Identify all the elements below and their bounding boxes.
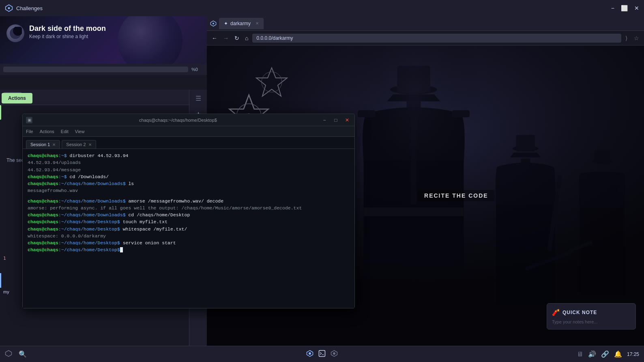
bottom-bar-left: 🔍 bbox=[5, 350, 27, 359]
close-button[interactable]: ✕ bbox=[634, 5, 639, 11]
prompt-2: chaqs@chaqs bbox=[28, 174, 58, 179]
terminal-body[interactable]: chaqs@chaqs:~$ dirbuster 44.52.93.94 44.… bbox=[23, 149, 354, 308]
svg-rect-47 bbox=[319, 350, 325, 356]
terminal-menu-edit[interactable]: Edit bbox=[61, 129, 69, 134]
terminal-menu-view[interactable]: View bbox=[75, 129, 85, 134]
terminal-maximize-button[interactable]: □ bbox=[332, 116, 340, 124]
bottom-taskbar: 🔍 🖥 🔊 🔗 🔔 17:25 bbox=[0, 346, 644, 362]
address-bar[interactable] bbox=[252, 34, 621, 43]
session-1-close[interactable]: ✕ bbox=[52, 142, 56, 147]
extensions-button[interactable]: ⟩ bbox=[624, 34, 629, 42]
terminal-tabbar: Session 1 ✕ Session 2 ✕ bbox=[23, 137, 354, 149]
quick-note-header: 🧨 QUICK NOTE bbox=[552, 308, 631, 316]
challenge-avatar bbox=[6, 24, 24, 42]
session-1-label: Session 1 bbox=[30, 142, 50, 147]
out-1: 44.52.93.94/uploads bbox=[28, 160, 81, 165]
terminal-line-11: chaqs@chaqs:~/chaqs/home/Desktop$ whites… bbox=[28, 226, 350, 233]
terminal-menu-file[interactable]: File bbox=[26, 129, 33, 134]
maximize-button[interactable]: ⬜ bbox=[621, 5, 628, 11]
terminal-line-5: chaqs@chaqs:~/chaqs/home/Downloads$ ls bbox=[28, 180, 350, 187]
taskbar-center-icon-3[interactable] bbox=[331, 350, 338, 359]
terminal-line-9: chaqs@chaqs:~/chaqs/home/Downloads$ cd /… bbox=[28, 211, 350, 218]
path-7: :~/chaqs/home/Desktop$ bbox=[58, 226, 120, 232]
back-button[interactable]: ← bbox=[210, 34, 219, 42]
svg-point-46 bbox=[309, 352, 311, 355]
actions-button[interactable]: Actions bbox=[2, 93, 32, 103]
military-star-icon bbox=[255, 66, 288, 98]
terminal-session-2-tab[interactable]: Session 2 ✕ bbox=[62, 140, 96, 149]
recite-code-text: RECITE THE CODE bbox=[418, 190, 495, 201]
prompt-9: chaqs@chaqs bbox=[28, 247, 58, 252]
cmd-8: service onion start bbox=[120, 240, 176, 246]
path-6: :~/chaqs/home/Desktop$ bbox=[58, 219, 120, 224]
number-indicator: 1 bbox=[3, 256, 6, 261]
bottom-bar-right: 🖥 🔊 🔗 🔔 17:25 bbox=[577, 350, 639, 358]
out-5: whitespace: 0.0.0.0/darkarmy bbox=[28, 233, 106, 239]
terminal-minimize-button[interactable]: − bbox=[320, 116, 328, 124]
terminal-line-2: 44.52.93.94/uploads bbox=[28, 159, 350, 166]
browser-tab-title: darkarmy bbox=[230, 21, 251, 26]
taskbar-center-icon-2[interactable] bbox=[318, 350, 326, 359]
cmd-7: whitespace /myfile.txt/ bbox=[120, 226, 187, 232]
terminal-session-1-tab[interactable]: Session 1 ✕ bbox=[26, 140, 60, 149]
prompt-4: chaqs@chaqs bbox=[28, 198, 58, 204]
challenge-progress: %0 bbox=[0, 64, 207, 75]
terminal-line-8: amorse: performing async. if all goes we… bbox=[28, 205, 350, 211]
prompt-5: chaqs@chaqs bbox=[28, 212, 58, 218]
bookmark-button[interactable]: ☆ bbox=[632, 34, 641, 42]
quick-note-panel: 🧨 QUICK NOTE Type your notes here... bbox=[547, 303, 636, 330]
out-2: 44.52.93.94/message bbox=[28, 167, 81, 172]
terminal-title: chaqs@chaqs:~/chaqs/home/Desktop$ bbox=[36, 118, 320, 123]
progress-bar-background bbox=[3, 67, 188, 72]
nav-right-icons: ⟩ ☆ bbox=[624, 34, 641, 42]
accent-line bbox=[0, 105, 1, 120]
app-title: Challenges bbox=[16, 5, 43, 11]
menu-icon[interactable]: ☰ bbox=[195, 95, 201, 102]
hex-icon-3 bbox=[331, 350, 338, 357]
terminal-line-6: messagefromwho.wav bbox=[28, 187, 350, 194]
svg-rect-35 bbox=[580, 207, 624, 296]
progress-label: %0 bbox=[191, 67, 204, 72]
terminal-titlebar: ▣ chaqs@chaqs:~/chaqs/home/Desktop$ − □ … bbox=[23, 114, 354, 126]
notification-icon[interactable]: 🔔 bbox=[614, 350, 622, 358]
terminal-menu-actions[interactable]: Actions bbox=[40, 129, 54, 134]
my-label: my bbox=[3, 289, 9, 294]
browser-nav-bar: ← → ↻ ⌂ ⟩ ☆ bbox=[207, 31, 644, 45]
quick-note-title: QUICK NOTE bbox=[562, 310, 597, 315]
refresh-button[interactable]: ↻ bbox=[233, 34, 241, 42]
home-button[interactable]: ⌂ bbox=[243, 34, 250, 42]
share-icon[interactable]: 🔗 bbox=[601, 350, 609, 358]
terminal-close-button[interactable]: ✕ bbox=[343, 116, 351, 124]
svg-marker-44 bbox=[6, 350, 12, 356]
search-taskbar-icon[interactable]: 🔍 bbox=[19, 350, 27, 358]
prompt-1: chaqs@chaqs bbox=[28, 153, 58, 158]
browser-tab-close[interactable]: ✕ bbox=[255, 21, 259, 26]
session-2-close[interactable]: ✕ bbox=[88, 142, 92, 147]
hex-icon-2 bbox=[306, 350, 313, 357]
quick-note-body[interactable]: Type your notes here... bbox=[552, 319, 631, 324]
display-settings-icon[interactable]: 🖥 bbox=[577, 351, 583, 358]
prompt-6: chaqs@chaqs bbox=[28, 219, 58, 224]
system-clock: 17:25 bbox=[627, 351, 639, 357]
browser-tab-darkarmy[interactable]: ✦ darkarmy ✕ bbox=[219, 18, 264, 29]
minimize-button[interactable]: − bbox=[611, 5, 614, 11]
challenge-text: Dark side of the moon Keep it dark or sh… bbox=[29, 24, 106, 39]
terminal-line-10: chaqs@chaqs:~/chaqs/home/Desktop$ touch … bbox=[28, 218, 350, 225]
taskbar-center-icon-1[interactable] bbox=[306, 350, 313, 359]
hex-icon bbox=[5, 350, 12, 357]
terminal-line-3: 44.52.93.94/message bbox=[28, 166, 350, 173]
taskbar-apps-icon[interactable] bbox=[5, 350, 12, 359]
cmd-5: cd /chaqs/home/Desktop bbox=[126, 212, 190, 218]
actions-area: Actions bbox=[2, 93, 32, 103]
challenge-info: Dark side of the moon Keep it dark or sh… bbox=[6, 24, 106, 42]
bottom-bar-center bbox=[306, 350, 338, 359]
prompt-3: chaqs@chaqs bbox=[28, 181, 58, 186]
forward-button[interactable]: → bbox=[221, 34, 230, 42]
path-4: :~/chaqs/home/Downloads$ bbox=[58, 198, 126, 204]
out-3: messagefromwho.wav bbox=[28, 188, 78, 193]
terminal-app-icon: ▣ bbox=[26, 117, 32, 123]
volume-icon[interactable]: 🔊 bbox=[588, 350, 596, 358]
browser-favicon: ✦ bbox=[224, 21, 228, 26]
terminal-icon-taskbar bbox=[318, 350, 326, 357]
session-2-label: Session 2 bbox=[66, 142, 86, 147]
